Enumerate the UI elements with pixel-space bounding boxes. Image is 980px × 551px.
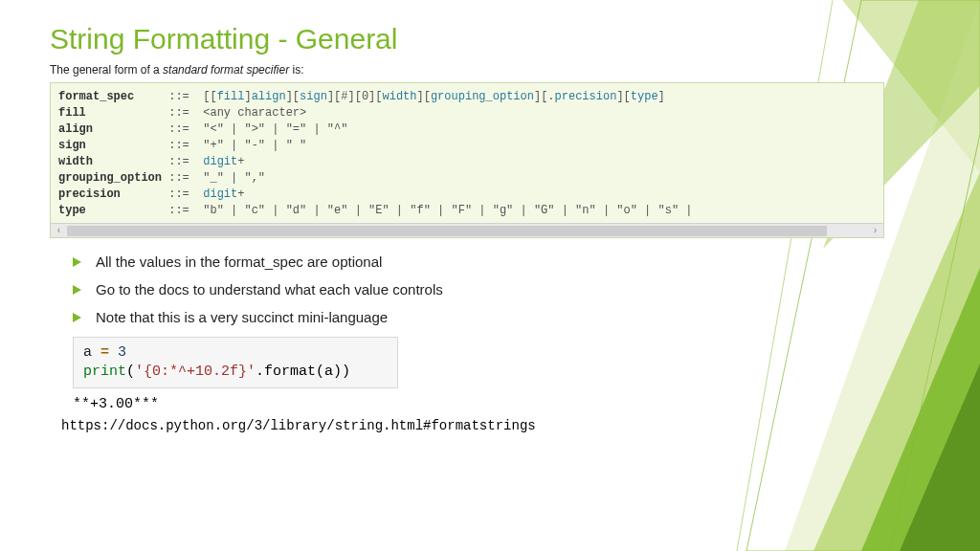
code-var: a [83, 344, 92, 361]
bullet-item: All the values in the format_spec are op… [73, 253, 831, 270]
code-op: = [92, 344, 118, 361]
grammar-row: precision ::= digit+ [58, 187, 876, 203]
code-num: 3 [118, 344, 126, 361]
bullet-item: Note that this is a very succinct mini-l… [73, 309, 831, 325]
grammar-row: type ::= "b" | "c" | "d" | "e" | "E" | "… [58, 203, 876, 219]
scroll-track[interactable] [67, 224, 867, 238]
bullet-item: Go to the docs to understand what each v… [73, 281, 831, 298]
scroll-left-arrow[interactable]: ‹ [51, 224, 67, 238]
docs-url: https://docs.python.org/3/library/string… [61, 418, 831, 433]
scroll-right-arrow[interactable]: › [867, 224, 883, 238]
subtitle-em: standard format specifier [163, 63, 289, 77]
grammar-row: sign ::= "+" | "-" | " " [58, 138, 876, 154]
horizontal-scrollbar[interactable]: ‹ › [51, 223, 883, 237]
slide-title: String Formatting - General [50, 23, 831, 55]
scroll-thumb[interactable] [67, 226, 827, 236]
subtitle-pre: The general form of a [50, 63, 163, 77]
code-str: '{0:*^+10.2f}' [135, 364, 256, 380]
code-example: a = 3 print('{0:*^+10.2f}'.format(a)) [73, 337, 398, 388]
code-rest: .format(a)) [256, 364, 350, 380]
code-paren: ( [126, 364, 135, 380]
bullet-list: All the values in the format_spec are op… [73, 253, 831, 325]
subtitle: The general form of a standard format sp… [50, 63, 831, 77]
grammar-row: grouping_option ::= "_" | "," [58, 170, 876, 187]
code-output: **+3.00*** [73, 396, 831, 412]
grammar-row: width ::= digit+ [58, 154, 876, 170]
grammar-row: align ::= "<" | ">" | "=" | "^" [58, 121, 876, 138]
code-fn: print [83, 364, 126, 380]
grammar-row: fill ::= <any character> [58, 105, 876, 121]
grammar-row: format_spec ::= [[fill]align][sign][#][0… [58, 89, 876, 105]
grammar-box: format_spec ::= [[fill]align][sign][#][0… [50, 82, 884, 238]
svg-marker-5 [900, 364, 980, 551]
subtitle-post: is: [289, 63, 303, 77]
